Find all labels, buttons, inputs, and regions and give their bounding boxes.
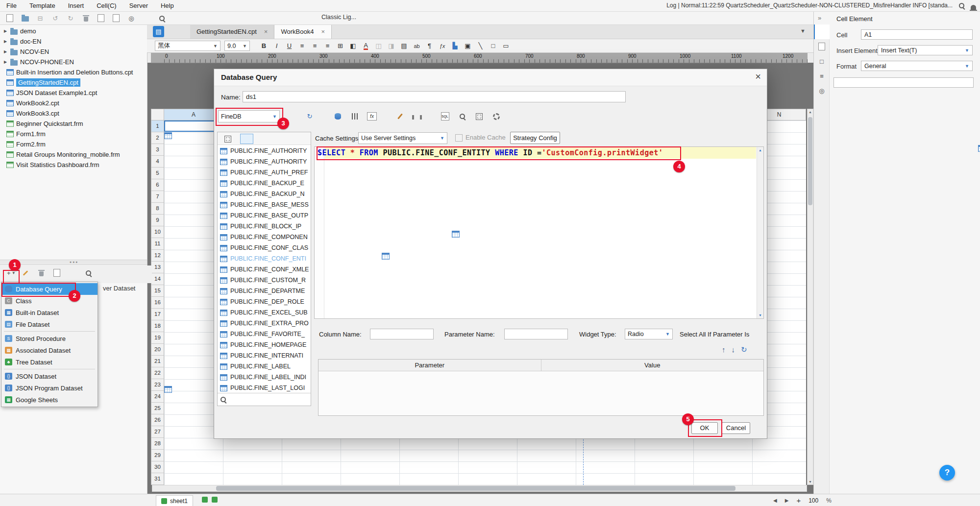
table-item-public-fine-auth-pref[interactable]: PUBLIC.FINE_AUTH_PREF	[218, 167, 311, 178]
align-center-button[interactable]: ≡	[310, 41, 320, 51]
table-item-public-fine-conf-enti[interactable]: PUBLIC.FINE_CONF_ENTI	[218, 253, 311, 264]
table-item-public-fine-conf-clas[interactable]: PUBLIC.FINE_CONF_CLAS	[218, 242, 311, 253]
sidebar-splitter[interactable]: ● ● ●	[0, 260, 147, 265]
scroll-down-icon[interactable]: ▼	[808, 480, 813, 483]
search-button[interactable]	[157, 14, 167, 23]
edit-dataset-button[interactable]	[21, 268, 30, 277]
tab-gettingstarteden-cpt[interactable]: GettingStartedEN.cpt×	[190, 24, 274, 39]
insert-element-select[interactable]: Insert Text(T) ▼	[878, 45, 973, 55]
panel-tab-cell-element[interactable]	[814, 24, 830, 39]
table-item-public-fine-conf-xmle[interactable]: PUBLIC.FINE_CONF_XMLE	[218, 264, 311, 275]
row-header-5[interactable]: 5	[151, 168, 164, 179]
paste-button[interactable]	[111, 14, 121, 23]
panel-tab-clipboard[interactable]	[814, 39, 830, 54]
widget-button[interactable]: □	[488, 41, 498, 51]
table-item-public-fine-internati[interactable]: PUBLIC.FINE_INTERNATI	[218, 350, 311, 361]
tree-file-retail-groups-monitoring-mobile-frm[interactable]: Retail Groups Monitoring_mobile.frm	[0, 149, 147, 160]
fullscreen-button[interactable]	[474, 112, 484, 121]
trash-dataset-button[interactable]	[36, 268, 46, 277]
settings-button[interactable]	[491, 112, 501, 121]
table-item-public-fine-homepage[interactable]: PUBLIC.FINE_HOMEPAGE	[218, 339, 311, 350]
notification-bell-icon[interactable]	[971, 3, 976, 12]
ok-button[interactable]: OK	[691, 422, 718, 434]
cancel-button[interactable]: Cancel	[722, 422, 750, 434]
open-button[interactable]	[20, 14, 30, 23]
scroll-down-icon[interactable]: ▼	[757, 313, 763, 317]
table-item-public-fine-backup-n[interactable]: PUBLIC.FINE_BACKUP_N	[218, 189, 311, 199]
format-select[interactable]: General ▼	[861, 61, 973, 71]
image-button[interactable]: ▣	[463, 41, 473, 51]
menu-item-json-dataset[interactable]: {}JSON Dataset	[1, 370, 98, 382]
row-header-18[interactable]: 18	[151, 320, 164, 332]
menu-item-tree-dataset[interactable]: ♣Tree Dataset	[1, 356, 98, 368]
row-header-10[interactable]: 10	[151, 226, 164, 238]
tab-list-chevron-icon[interactable]: ▼	[800, 28, 806, 34]
table-edit-button[interactable]	[288, 112, 297, 121]
row-header-7[interactable]: 7	[151, 191, 164, 203]
row-header-14[interactable]: 14	[151, 273, 164, 285]
row-header-28[interactable]: 28	[151, 438, 164, 450]
dataset-name-input[interactable]: ds1	[243, 91, 626, 102]
list-view-toggle[interactable]	[221, 134, 234, 144]
combo-button[interactable]: ▭	[501, 41, 511, 51]
close-icon[interactable]: ×	[264, 28, 268, 35]
tree-folder-ncov-phone-en[interactable]: ▶NCOV-PHONE-EN	[0, 57, 147, 67]
menu-item-cell-c[interactable]: Cell(C)	[90, 0, 122, 11]
table-item-public-fine-componen[interactable]: PUBLIC.FINE_COMPONEN	[218, 232, 311, 242]
refresh-button[interactable]: ↻	[305, 112, 315, 121]
search-dataset-button[interactable]	[83, 268, 93, 277]
tree-file-workbook2-cpt[interactable]: WorkBook2.cpt	[0, 98, 147, 108]
preview-button[interactable]	[142, 14, 151, 23]
sql-editor[interactable]: 1 SELECT * FROM PUBLIC.FINE_CONF_ENTITY …	[314, 146, 764, 319]
tree-file-json-dataset-example1-cpt[interactable]: JSON Dataset Example1.cpt	[0, 88, 147, 98]
tree-file-gettingstarteden-cpt[interactable]: GettingStartedEN.cpt	[0, 77, 147, 88]
redo-button[interactable]: ↻	[66, 14, 75, 23]
row-header-19[interactable]: 19	[151, 332, 164, 344]
help-button[interactable]: ?	[939, 465, 955, 481]
row-header-4[interactable]: 4	[151, 156, 164, 168]
refresh-icon[interactable]: ↻	[741, 345, 747, 354]
menu-item-server[interactable]: Server	[123, 0, 154, 11]
row-header-31[interactable]: 31	[151, 473, 164, 485]
row-header-30[interactable]: 30	[151, 461, 164, 473]
copy-button[interactable]	[96, 14, 106, 23]
table-item-public-fine-authority[interactable]: PUBLIC.FINE_AUTHORITY	[218, 145, 311, 156]
line-button[interactable]: ╲	[475, 41, 486, 51]
table-search-input[interactable]	[227, 395, 311, 405]
table-item-public-fine-backup-e[interactable]: PUBLIC.FINE_BACKUP_E	[218, 178, 311, 189]
table-item-public-fine-dep-role[interactable]: PUBLIC.FINE_DEP_ROLE	[218, 296, 311, 307]
move-up-icon[interactable]: ↑	[722, 345, 726, 354]
scroll-up-icon[interactable]: ▲	[757, 148, 763, 152]
row-header-23[interactable]: 23	[151, 379, 164, 391]
split-cells-button[interactable]: ◨	[386, 41, 396, 51]
row-header-27[interactable]: 27	[151, 426, 164, 438]
page-next-icon[interactable]: ▶	[785, 498, 789, 503]
table-item-public-fine-base-outp[interactable]: PUBLIC.FINE_BASE_OUTP	[218, 210, 311, 221]
table-item-public-fine-base-mess[interactable]: PUBLIC.FINE_BASE_MESS	[218, 199, 311, 210]
align-left-button[interactable]: ≡	[297, 41, 307, 51]
menu-item-associated-dataset[interactable]: ▦Associated Dataset	[1, 344, 98, 356]
cell-reference-input[interactable]: A1	[861, 29, 973, 40]
parameter-name-input[interactable]	[504, 329, 568, 339]
enable-cache-checkbox[interactable]: Enable Cache	[455, 134, 506, 142]
trash-button[interactable]	[81, 14, 91, 23]
row-header-20[interactable]: 20	[151, 344, 164, 356]
table-item-public-fine-excel-sub[interactable]: PUBLIC.FINE_EXCEL_SUB	[218, 307, 311, 318]
column-name-input[interactable]	[370, 329, 434, 339]
table-item-public-fine-extra-pro[interactable]: PUBLIC.FINE_EXTRA_PRO	[218, 318, 311, 329]
font-family-select[interactable]: 黑体 ▼	[155, 41, 220, 51]
table-item-public-fine-favorite[interactable]: PUBLIC.FINE_FAVORITE_	[218, 329, 311, 339]
row-header-6[interactable]: 6	[151, 179, 164, 191]
tree-file-visit-statistics-dashboard-frm[interactable]: Visit Statistics Dashboard.frm	[0, 160, 147, 170]
database-button[interactable]	[333, 112, 343, 121]
table-item-public-fine-block-ip[interactable]: PUBLIC.FINE_BLOCK_IP	[218, 221, 311, 232]
row-header-2[interactable]: 2	[151, 132, 164, 144]
tab-workbook4[interactable]: WorkBook4×	[274, 24, 332, 39]
page-prev-icon[interactable]: ◀	[773, 498, 777, 503]
tree-folder-ncov-en[interactable]: ▶NCOV-EN	[0, 47, 147, 57]
style-picker[interactable]: Classic Lig...	[321, 14, 356, 21]
connection-select[interactable]: FineDB ▼	[218, 110, 280, 122]
row-header-21[interactable]: 21	[151, 356, 164, 367]
tree-file-built-in-insertion-and-deletion-buttons-cpt[interactable]: Built-in Insertion and Deletion Buttons.…	[0, 67, 147, 77]
select-all-corner[interactable]	[151, 109, 164, 120]
